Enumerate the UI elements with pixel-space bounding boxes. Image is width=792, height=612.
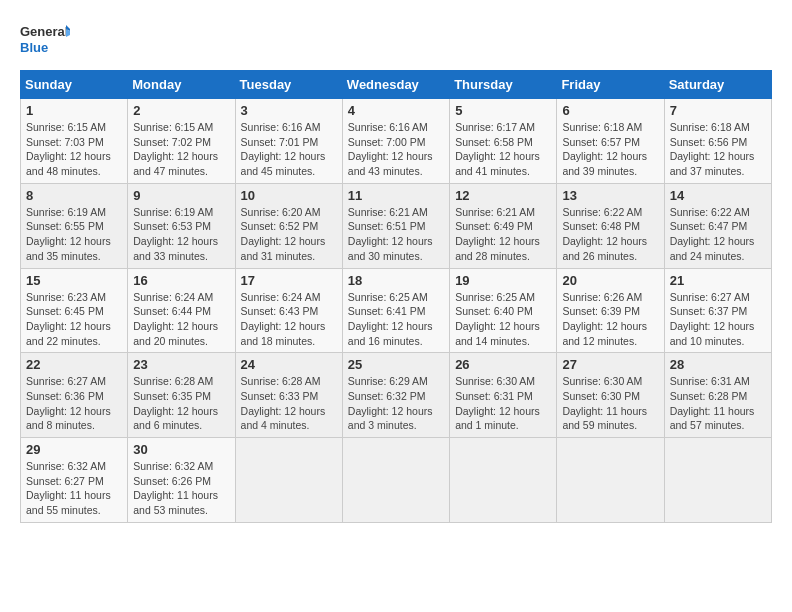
weekday-header-cell: Wednesday [342,71,449,99]
day-number: 25 [348,357,444,372]
calendar-cell [235,438,342,523]
weekday-header-cell: Tuesday [235,71,342,99]
calendar-cell: 25Sunrise: 6:29 AMSunset: 6:32 PMDayligh… [342,353,449,438]
cell-info: Sunrise: 6:31 AMSunset: 6:28 PMDaylight:… [670,375,755,431]
cell-info: Sunrise: 6:24 AMSunset: 6:43 PMDaylight:… [241,291,326,347]
calendar-cell: 15Sunrise: 6:23 AMSunset: 6:45 PMDayligh… [21,268,128,353]
cell-info: Sunrise: 6:23 AMSunset: 6:45 PMDaylight:… [26,291,111,347]
page-header: General Blue [20,20,772,60]
weekday-header-cell: Friday [557,71,664,99]
calendar-cell: 13Sunrise: 6:22 AMSunset: 6:48 PMDayligh… [557,183,664,268]
calendar-cell: 24Sunrise: 6:28 AMSunset: 6:33 PMDayligh… [235,353,342,438]
day-number: 10 [241,188,337,203]
day-number: 22 [26,357,122,372]
calendar-cell: 12Sunrise: 6:21 AMSunset: 6:49 PMDayligh… [450,183,557,268]
cell-info: Sunrise: 6:21 AMSunset: 6:49 PMDaylight:… [455,206,540,262]
cell-info: Sunrise: 6:30 AMSunset: 6:30 PMDaylight:… [562,375,647,431]
day-number: 15 [26,273,122,288]
calendar-cell: 28Sunrise: 6:31 AMSunset: 6:28 PMDayligh… [664,353,771,438]
day-number: 30 [133,442,229,457]
day-number: 26 [455,357,551,372]
calendar-week-row: 29Sunrise: 6:32 AMSunset: 6:27 PMDayligh… [21,438,772,523]
weekday-header-cell: Sunday [21,71,128,99]
cell-info: Sunrise: 6:18 AMSunset: 6:56 PMDaylight:… [670,121,755,177]
cell-info: Sunrise: 6:19 AMSunset: 6:53 PMDaylight:… [133,206,218,262]
logo: General Blue [20,20,70,60]
day-number: 9 [133,188,229,203]
calendar-cell: 11Sunrise: 6:21 AMSunset: 6:51 PMDayligh… [342,183,449,268]
cell-info: Sunrise: 6:29 AMSunset: 6:32 PMDaylight:… [348,375,433,431]
calendar-cell [450,438,557,523]
day-number: 24 [241,357,337,372]
cell-info: Sunrise: 6:30 AMSunset: 6:31 PMDaylight:… [455,375,540,431]
calendar-cell: 10Sunrise: 6:20 AMSunset: 6:52 PMDayligh… [235,183,342,268]
calendar-cell: 8Sunrise: 6:19 AMSunset: 6:55 PMDaylight… [21,183,128,268]
calendar-cell: 30Sunrise: 6:32 AMSunset: 6:26 PMDayligh… [128,438,235,523]
calendar-cell: 21Sunrise: 6:27 AMSunset: 6:37 PMDayligh… [664,268,771,353]
cell-info: Sunrise: 6:26 AMSunset: 6:39 PMDaylight:… [562,291,647,347]
day-number: 21 [670,273,766,288]
calendar-body: 1Sunrise: 6:15 AMSunset: 7:03 PMDaylight… [21,99,772,523]
cell-info: Sunrise: 6:21 AMSunset: 6:51 PMDaylight:… [348,206,433,262]
day-number: 6 [562,103,658,118]
day-number: 5 [455,103,551,118]
day-number: 14 [670,188,766,203]
calendar-cell: 17Sunrise: 6:24 AMSunset: 6:43 PMDayligh… [235,268,342,353]
calendar-cell [342,438,449,523]
svg-text:Blue: Blue [20,40,48,55]
calendar-cell [557,438,664,523]
cell-info: Sunrise: 6:16 AMSunset: 7:01 PMDaylight:… [241,121,326,177]
cell-info: Sunrise: 6:17 AMSunset: 6:58 PMDaylight:… [455,121,540,177]
day-number: 16 [133,273,229,288]
cell-info: Sunrise: 6:27 AMSunset: 6:36 PMDaylight:… [26,375,111,431]
svg-text:General: General [20,24,68,39]
calendar-week-row: 15Sunrise: 6:23 AMSunset: 6:45 PMDayligh… [21,268,772,353]
day-number: 20 [562,273,658,288]
day-number: 29 [26,442,122,457]
cell-info: Sunrise: 6:28 AMSunset: 6:35 PMDaylight:… [133,375,218,431]
calendar-cell: 16Sunrise: 6:24 AMSunset: 6:44 PMDayligh… [128,268,235,353]
calendar-cell: 7Sunrise: 6:18 AMSunset: 6:56 PMDaylight… [664,99,771,184]
weekday-header-row: SundayMondayTuesdayWednesdayThursdayFrid… [21,71,772,99]
calendar-cell: 4Sunrise: 6:16 AMSunset: 7:00 PMDaylight… [342,99,449,184]
cell-info: Sunrise: 6:15 AMSunset: 7:03 PMDaylight:… [26,121,111,177]
weekday-header-cell: Saturday [664,71,771,99]
calendar-week-row: 8Sunrise: 6:19 AMSunset: 6:55 PMDaylight… [21,183,772,268]
cell-info: Sunrise: 6:28 AMSunset: 6:33 PMDaylight:… [241,375,326,431]
day-number: 3 [241,103,337,118]
cell-info: Sunrise: 6:25 AMSunset: 6:41 PMDaylight:… [348,291,433,347]
calendar-week-row: 22Sunrise: 6:27 AMSunset: 6:36 PMDayligh… [21,353,772,438]
logo-svg: General Blue [20,20,70,60]
day-number: 27 [562,357,658,372]
day-number: 8 [26,188,122,203]
day-number: 2 [133,103,229,118]
day-number: 4 [348,103,444,118]
day-number: 28 [670,357,766,372]
day-number: 23 [133,357,229,372]
calendar-cell: 9Sunrise: 6:19 AMSunset: 6:53 PMDaylight… [128,183,235,268]
calendar-cell: 3Sunrise: 6:16 AMSunset: 7:01 PMDaylight… [235,99,342,184]
calendar-cell: 26Sunrise: 6:30 AMSunset: 6:31 PMDayligh… [450,353,557,438]
weekday-header-cell: Thursday [450,71,557,99]
calendar-cell: 2Sunrise: 6:15 AMSunset: 7:02 PMDaylight… [128,99,235,184]
day-number: 7 [670,103,766,118]
day-number: 11 [348,188,444,203]
cell-info: Sunrise: 6:22 AMSunset: 6:47 PMDaylight:… [670,206,755,262]
cell-info: Sunrise: 6:15 AMSunset: 7:02 PMDaylight:… [133,121,218,177]
cell-info: Sunrise: 6:19 AMSunset: 6:55 PMDaylight:… [26,206,111,262]
cell-info: Sunrise: 6:22 AMSunset: 6:48 PMDaylight:… [562,206,647,262]
cell-info: Sunrise: 6:18 AMSunset: 6:57 PMDaylight:… [562,121,647,177]
day-number: 12 [455,188,551,203]
calendar-cell: 1Sunrise: 6:15 AMSunset: 7:03 PMDaylight… [21,99,128,184]
calendar-cell: 5Sunrise: 6:17 AMSunset: 6:58 PMDaylight… [450,99,557,184]
calendar-cell: 29Sunrise: 6:32 AMSunset: 6:27 PMDayligh… [21,438,128,523]
calendar-cell: 22Sunrise: 6:27 AMSunset: 6:36 PMDayligh… [21,353,128,438]
day-number: 17 [241,273,337,288]
cell-info: Sunrise: 6:24 AMSunset: 6:44 PMDaylight:… [133,291,218,347]
calendar-cell [664,438,771,523]
calendar-table: SundayMondayTuesdayWednesdayThursdayFrid… [20,70,772,523]
day-number: 13 [562,188,658,203]
day-number: 18 [348,273,444,288]
day-number: 1 [26,103,122,118]
cell-info: Sunrise: 6:16 AMSunset: 7:00 PMDaylight:… [348,121,433,177]
